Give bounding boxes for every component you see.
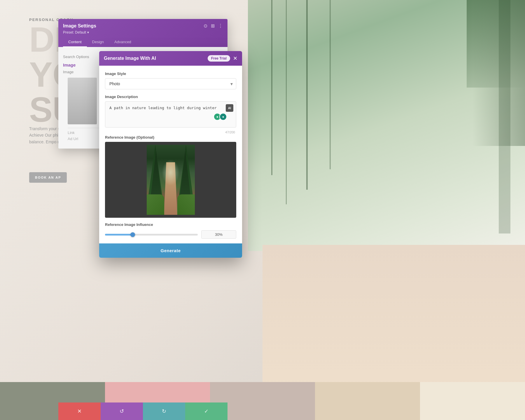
modal-header: Generate Image With AI Free Trial ✕ (99, 51, 242, 66)
panel-title: Image Settings (63, 23, 96, 29)
influence-value-input[interactable] (201, 230, 236, 239)
modal-header-right: Free Trial ✕ (208, 55, 237, 62)
close-modal-button[interactable]: ✕ (233, 56, 237, 61)
influence-section: Reference Image Influence (99, 222, 242, 243)
generate-button[interactable]: Generate (99, 243, 242, 258)
cancel-toolbar-button[interactable]: ✕ (58, 402, 101, 420)
image-style-label: Image Style (105, 72, 236, 76)
target-icon[interactable]: ⊙ (204, 23, 207, 29)
influence-slider[interactable] (105, 234, 198, 236)
cancel-icon: ✕ (77, 408, 82, 414)
grid-icon[interactable]: ⊞ (211, 23, 215, 29)
swatch-light-cream (420, 382, 525, 420)
tab-content[interactable]: Content (63, 37, 87, 47)
modal-title: Generate Image With AI (104, 56, 156, 61)
book-button[interactable]: BOOK AN AP (29, 172, 67, 183)
reference-image-section: Reference Image (Optional) (105, 135, 236, 218)
undo-icon: ↺ (120, 408, 124, 414)
ai-generate-modal: Generate Image With AI Free Trial ✕ Imag… (99, 51, 242, 258)
panel-tabs: Content Design Advanced (63, 37, 223, 47)
avatar-icon-2: ● (219, 113, 227, 121)
avatar-icons-group: ● ● (214, 113, 227, 121)
redo-toolbar-button[interactable]: ↻ (143, 402, 185, 420)
slider-fill (105, 234, 133, 236)
panel-icons: ⊙ ⊞ ⋮ (204, 23, 223, 29)
undo-toolbar-button[interactable]: ↺ (101, 402, 143, 420)
panel-title-row: Image Settings ⊙ ⊞ ⋮ (63, 23, 223, 29)
more-options-icon[interactable]: ⋮ (218, 23, 223, 29)
ref-image-label: Reference Image (Optional) (105, 135, 236, 140)
description-label: Image Description (105, 95, 236, 99)
slider-thumb[interactable] (130, 232, 135, 237)
preset-label[interactable]: Preset: Default ▾ (63, 30, 223, 34)
modal-body: Image Style Photo Painting Sketch 3D Ren… (99, 66, 242, 218)
panel-header: Image Settings ⊙ ⊞ ⋮ Preset: Default ▾ C… (58, 19, 228, 47)
forest-path-image (147, 145, 195, 215)
influence-label: Reference Image Influence (105, 222, 236, 227)
free-trial-badge[interactable]: Free Trial (208, 55, 230, 62)
background-image-right (248, 0, 525, 251)
tab-design[interactable]: Design (87, 37, 109, 47)
confirm-toolbar-button[interactable]: ✓ (185, 402, 228, 420)
textarea-section: A path in nature leading to light during… (105, 101, 236, 129)
image-style-select[interactable]: Photo Painting Sketch 3D Render Abstract (105, 78, 236, 89)
slider-row (105, 230, 236, 239)
bottom-toolbar: ✕ ↺ ↻ ✓ (58, 402, 228, 420)
redo-icon: ↻ (162, 408, 166, 414)
confirm-icon: ✓ (204, 408, 209, 414)
reference-image-container[interactable] (105, 142, 236, 218)
image-thumbnail (68, 78, 97, 124)
ai-assist-button[interactable]: AI (226, 104, 233, 112)
tab-advanced[interactable]: Advanced (109, 37, 136, 47)
swatch-warm-beige (315, 382, 420, 420)
image-style-select-wrapper: Photo Painting Sketch 3D Render Abstract… (105, 78, 236, 89)
char-count: 47/200 (105, 130, 236, 134)
